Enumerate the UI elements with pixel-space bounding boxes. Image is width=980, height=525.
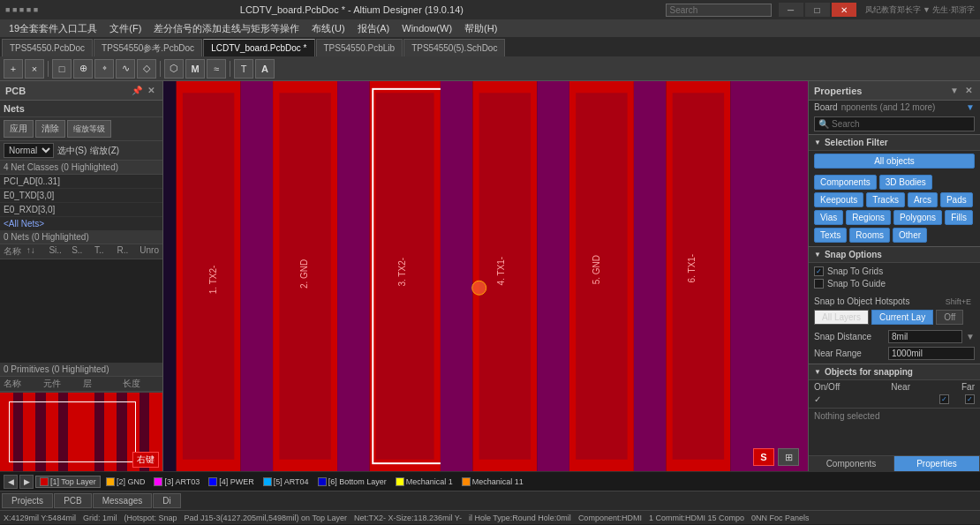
svg-text:6. TX1-: 6. TX1- — [687, 254, 697, 283]
properties-filter-icon[interactable]: ▼ — [948, 85, 961, 97]
toolbar-btn-10[interactable]: T — [234, 59, 253, 79]
prop-tab-properties[interactable]: Properties — [894, 456, 980, 471]
snap-distance-input[interactable] — [888, 330, 962, 343]
pcb-canvas-area[interactable]: 1. TX2- 2. GND 3. TX2- 4. TX1- 5. GND 6.… — [163, 81, 808, 471]
layer-nav-right[interactable]: ▶ — [19, 475, 34, 489]
bottom-tab-projects[interactable]: Projects — [2, 493, 53, 508]
toolbar-btn-7[interactable]: ⬡ — [164, 59, 184, 79]
tab-tps54550-sch[interactable]: TPS54550(5).SchDoc — [403, 39, 505, 56]
panel-pin-icon[interactable]: 📌 — [131, 85, 143, 97]
toolbar-btn-1[interactable]: × — [25, 59, 44, 79]
snap-options-title: Snap Options — [825, 250, 882, 259]
layer-pwer[interactable]: [4] PWER — [205, 476, 258, 487]
filter-btn-fills[interactable]: Fills — [945, 210, 973, 225]
net-item-pci[interactable]: PCI_AD[0..31] — [0, 175, 162, 189]
bottom-tab-pcb[interactable]: PCB — [54, 493, 92, 508]
tab-tps54550-lib[interactable]: TPS54550.PcbLib — [316, 39, 403, 56]
zoom-level-btn[interactable]: 缩放等级 — [67, 120, 111, 138]
tab-tps54550[interactable]: TPS54550.PcbDoc — [2, 39, 93, 56]
panel-close-icon[interactable]: ✕ — [145, 85, 157, 97]
selection-filter-header[interactable]: ▼ Selection Filter — [809, 134, 980, 151]
all-objects-btn[interactable]: All objects — [814, 154, 975, 169]
apply-btn[interactable]: 应用 — [4, 120, 34, 138]
menu-report[interactable]: 报告(A) — [352, 20, 396, 37]
obj-snap-cb-far-1[interactable] — [965, 394, 975, 404]
filter-btn-components[interactable]: Components — [814, 175, 877, 190]
filter-btn-tracks[interactable]: Tracks — [866, 192, 905, 207]
search-input[interactable] — [832, 119, 970, 129]
objects-snapping-header[interactable]: ▼ Objects for snapping — [809, 364, 980, 380]
tab-tps54550-ref[interactable]: TPS54550参考.PcbDoc — [94, 39, 202, 56]
obj-snap-cb-near-1[interactable] — [939, 394, 949, 404]
menu-file[interactable]: 文件(F) — [104, 20, 147, 37]
svg-text:3. TX2-: 3. TX2- — [397, 258, 407, 287]
filter-btn-texts[interactable]: Texts — [814, 228, 847, 243]
layer-nav-left[interactable]: ◀ — [4, 475, 18, 489]
toolbar-btn-2[interactable]: □ — [52, 59, 72, 79]
menu-window[interactable]: Window(W) — [396, 21, 457, 35]
layer-gnd[interactable]: [2] GND — [102, 476, 149, 487]
layer-gnd-label: [2] GND — [117, 477, 146, 486]
snap-dist-dropdown[interactable]: ▼ — [966, 332, 975, 341]
properties-close-icon[interactable]: ✕ — [962, 85, 975, 97]
layer-top[interactable]: [1] Top Layer — [35, 476, 101, 488]
all-layers-btn[interactable]: All Layers — [814, 310, 869, 325]
s-status-btn[interactable]: S — [753, 448, 774, 466]
minimize-button[interactable]: ─ — [779, 3, 803, 17]
clear-btn[interactable]: 清除 — [35, 120, 65, 138]
off-btn[interactable]: Off — [936, 310, 963, 325]
net-item-rxd[interactable]: E0_RXD[3,0] — [0, 203, 162, 217]
toolbar-btn-5[interactable]: ∿ — [116, 59, 135, 79]
filter-btn-pads[interactable]: Pads — [940, 192, 973, 207]
status-grid: Grid: 1mil — [83, 514, 117, 522]
menu-route[interactable]: 布线(U) — [306, 20, 350, 37]
toolbar-btn-11[interactable]: A — [255, 59, 275, 79]
filter-btn-arcs[interactable]: Arcs — [908, 192, 938, 207]
bottom-tab-di[interactable]: Di — [153, 493, 180, 508]
normal-select[interactable]: Normal — [4, 143, 54, 158]
near-range-input[interactable] — [888, 347, 975, 360]
layer-art03[interactable]: [3] ART03 — [150, 476, 203, 487]
grid-status-btn[interactable]: ⊞ — [778, 448, 799, 466]
title-search-input[interactable] — [666, 4, 772, 17]
svg-rect-19 — [730, 81, 808, 471]
layer-art04[interactable]: [5] ART04 — [260, 476, 313, 487]
prop-tab-components[interactable]: Components — [809, 456, 894, 471]
maximize-button[interactable]: □ — [805, 3, 830, 17]
filter-btn-rooms[interactable]: Rooms — [849, 228, 890, 243]
svg-text:5. GND: 5. GND — [592, 255, 601, 284]
filter-btn-3dbodies[interactable]: 3D Bodies — [879, 175, 932, 190]
current-layer-btn[interactable]: Current Lay — [871, 310, 933, 325]
net-item-all[interactable]: <All Nets> — [0, 217, 162, 230]
filter-btn-keepouts[interactable]: Keepouts — [814, 192, 863, 207]
layer-mech11[interactable]: Mechanical 11 — [458, 476, 527, 487]
menu-toolkit[interactable]: 19全套套件入口工具 — [4, 20, 102, 37]
menu-help[interactable]: 帮助(H) — [459, 20, 502, 37]
snap-to-guide-checkbox[interactable] — [814, 279, 824, 289]
tab-lcdtv[interactable]: LCDTV_board.PcbDoc * — [203, 39, 314, 56]
toolbar-btn-8[interactable]: M — [185, 59, 205, 79]
prim-col-header: 名称 元件 层 长度 — [0, 377, 162, 392]
layer-mech1[interactable]: Mechanical 1 — [392, 476, 456, 487]
filter-btn-polygons[interactable]: Polygons — [893, 210, 942, 225]
filter-icon[interactable]: ▼ — [966, 102, 975, 112]
toolbar-btn-6[interactable]: ◇ — [137, 59, 156, 79]
snap-options-content: Snap To Grids Snap To Guide — [809, 263, 980, 295]
toolbar-btn-3[interactable]: ⊕ — [73, 59, 93, 79]
obj-snap-header: On/Off Near Far — [814, 382, 975, 392]
close-button[interactable]: ✕ — [832, 3, 856, 17]
menu-diff[interactable]: 差分信号的添加走线与矩形等操作 — [148, 20, 305, 37]
snap-options-header[interactable]: ▼ Snap Options — [809, 246, 980, 263]
toolbar-btn-4[interactable]: ⌖ — [94, 59, 114, 79]
toolbar-btn-9[interactable]: ≈ — [207, 59, 226, 79]
bottom-tab-messages[interactable]: Messages — [93, 493, 153, 508]
net-item-txd[interactable]: E0_TXD[3,0] — [0, 189, 162, 203]
toolbar-btn-0[interactable]: + — [4, 59, 23, 79]
snap-to-grids-row: Snap To Grids — [814, 266, 975, 276]
filter-btn-regions[interactable]: Regions — [846, 210, 891, 225]
filter-btn-other[interactable]: Other — [893, 228, 927, 243]
snap-to-grids-checkbox[interactable] — [814, 266, 824, 276]
nets-col-header: 名称 ↑↓ Si.. S.. T.. R.. Unro — [0, 244, 162, 259]
filter-btn-vias[interactable]: Vias — [814, 210, 843, 225]
layer-bottom[interactable]: [6] Bottom Layer — [314, 476, 390, 487]
